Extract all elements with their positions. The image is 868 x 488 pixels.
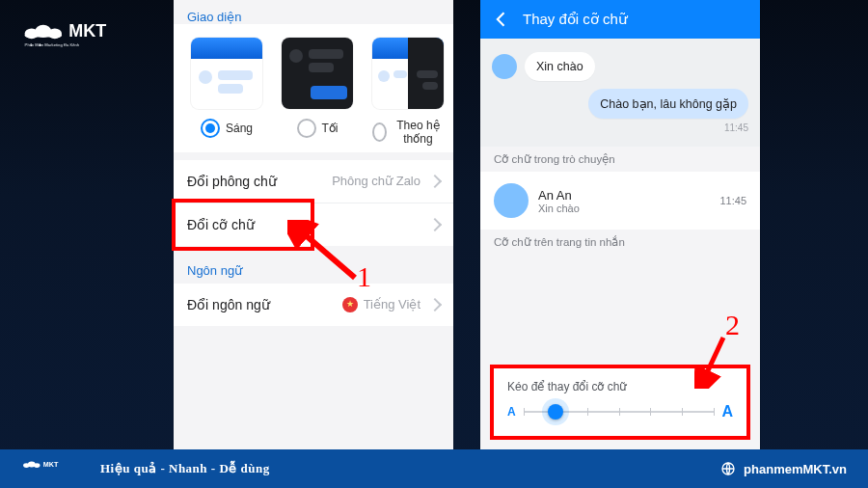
chevron-right-icon [428,298,442,312]
row-hint: Tiếng Việt [364,297,420,312]
footer-site-text: phanmemMKT.vn [744,462,847,476]
avatar [494,183,529,218]
footer-site-link[interactable]: phanmemMKT.vn [720,461,847,476]
chat-bubble-in: Xin chào [525,52,595,81]
back-button[interactable] [492,10,511,29]
section-header-language: Ngôn ngữ [174,254,453,278]
row-label: Đổi phông chữ [187,174,277,189]
svg-point-2 [48,28,62,39]
theme-label: Sáng [226,122,253,135]
theme-radio-dark[interactable]: Tối [297,119,339,138]
settings-screen: Giao diện Sáng Tối [174,0,453,449]
globe-icon [720,461,736,476]
annotation-number-2: 2 [725,309,740,341]
contact-name: An An [538,188,580,203]
svg-text:MKT: MKT [68,21,106,41]
font-size-slider[interactable]: A A [507,403,733,420]
annotation-number-1: 1 [357,260,371,293]
footer-bar: MKT Hiệu quả - Nhanh - Dễ dùng phanmemMK… [0,449,868,488]
mkt-logo-footer: MKT [21,459,79,479]
slider-label: Kéo để thay đổi cỡ chữ [507,380,733,393]
theme-thumb-light [191,38,262,109]
svg-rect-3 [25,34,62,38]
section-header-interface: Giao diện [174,0,453,24]
row-label: Đổi cỡ chữ [187,217,255,232]
theme-radio-auto[interactable]: Theo hệ thống [372,119,444,147]
theme-option-auto[interactable]: Theo hệ thống [372,38,444,147]
mkt-logo: MKT Phần Mềm Marketing Đa Kênh [21,17,137,62]
theme-thumb-auto [372,38,444,109]
row-change-language[interactable]: Đổi ngôn ngữ Tiếng Việt [174,284,453,326]
app-bar-title: Thay đổi cỡ chữ [523,11,628,28]
row-label: Đổi ngôn ngữ [187,297,270,312]
bubble-text: Chào bạn, lâu không gặp [600,97,737,111]
contact-row-preview: An An Xin chào 11:45 [480,172,760,230]
theme-label: Theo hệ thống [393,119,444,147]
theme-selector: Sáng Tối Theo hệ thống [174,24,453,152]
svg-text:MKT: MKT [43,460,59,469]
theme-thumb-dark [282,38,353,109]
bubble-text: Xin chào [536,60,583,73]
preview-caption: Cỡ chữ trên trang tin nhắn [480,230,760,255]
app-bar: Thay đổi cỡ chữ [480,0,760,39]
chevron-right-icon [428,175,442,188]
svg-text:Phần Mềm Marketing Đa Kênh: Phần Mềm Marketing Đa Kênh [25,42,80,47]
preview-caption: Cỡ chữ trong trò chuyện [480,147,760,172]
svg-point-10 [34,463,41,468]
conversation-preview: Xin chào Chào bạn, lâu không gặp 11:45 [480,39,760,147]
slider-track[interactable] [524,411,715,413]
footer-tagline: Hiệu quả - Nhanh - Dễ dùng [100,461,270,476]
row-change-font-size[interactable]: Đổi cỡ chữ [174,203,453,246]
row-change-font[interactable]: Đổi phông chữ Phông chữ Zalo [174,160,453,203]
font-size-slider-box: Kéo để thay đổi cỡ chữ A A [490,365,750,440]
bubble-time: 11:45 [588,122,748,133]
flag-vietnam-icon [342,297,358,312]
chevron-right-icon [428,218,442,231]
slider-thumb[interactable] [548,404,563,420]
contact-time: 11:45 [719,195,746,206]
chat-bubble-out: Chào bạn, lâu không gặp [588,89,748,119]
slider-min-icon: A [507,405,516,419]
theme-option-light[interactable]: Sáng [191,38,262,147]
theme-label: Tối [322,122,339,135]
font-size-screen: Thay đổi cỡ chữ Xin chào Chào bạn, lâu k… [480,0,760,449]
avatar [492,54,517,79]
contact-sub: Xin chào [538,203,580,214]
slider-max-icon: A [721,403,733,420]
theme-option-dark[interactable]: Tối [282,38,353,147]
theme-radio-light[interactable]: Sáng [201,119,253,138]
row-hint: Phông chữ Zalo [332,174,420,188]
